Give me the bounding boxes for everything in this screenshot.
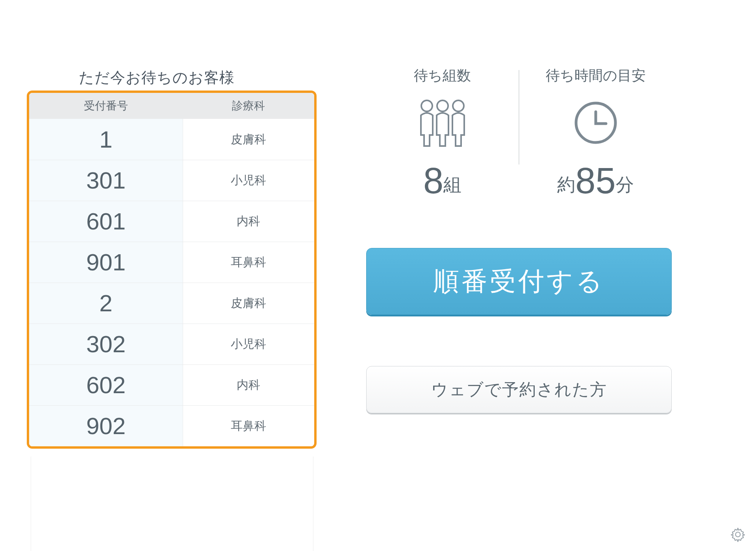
waiting-list-card-bottom (31, 457, 313, 551)
table-row: 601内科 (29, 201, 314, 242)
svg-point-1 (437, 100, 448, 111)
ticket-number: 901 (29, 242, 183, 283)
svg-point-4 (736, 532, 740, 537)
waiting-list-body: 1皮膚科301小児科601内科901耳鼻科2皮膚科302小児科602内科902耳… (29, 119, 314, 446)
ticket-number: 302 (29, 324, 183, 364)
table-row: 901耳鼻科 (29, 242, 314, 283)
svg-point-2 (453, 100, 464, 111)
stat-time: 待ち時間の目安 約85分 (519, 66, 672, 202)
settings-button[interactable] (730, 527, 746, 542)
table-row: 1皮膚科 (29, 119, 314, 160)
waiting-list-header: 受付番号 診療科 (29, 93, 314, 119)
department-name: 小児科 (183, 172, 314, 189)
ticket-number: 902 (29, 406, 183, 446)
table-row: 302小児科 (29, 324, 314, 364)
table-row: 902耳鼻科 (29, 405, 314, 446)
department-name: 耳鼻科 (183, 418, 314, 434)
department-name: 耳鼻科 (183, 254, 314, 270)
register-queue-button[interactable]: 順番受付する (366, 248, 672, 315)
waiting-list-frame: 受付番号 診療科 1皮膚科301小児科601内科901耳鼻科2皮膚科302小児科… (27, 91, 317, 449)
stat-groups: 待ち組数 8組 (366, 66, 519, 202)
table-row: 301小児科 (29, 160, 314, 201)
web-reservation-button[interactable]: ウェブで予約された方 (366, 366, 672, 413)
stat-time-value: 約85分 (519, 160, 672, 202)
stat-groups-value: 8組 (366, 160, 519, 202)
stat-time-title: 待ち時間の目安 (519, 66, 672, 85)
gear-icon (730, 527, 746, 542)
clock-icon (519, 97, 672, 148)
ticket-number: 1 (29, 119, 183, 160)
department-name: 皮膚科 (183, 295, 314, 311)
ticket-number: 2 (29, 283, 183, 324)
people-icon (366, 97, 519, 148)
department-name: 内科 (183, 213, 314, 229)
table-row: 602内科 (29, 364, 314, 405)
time-prefix: 約 (557, 174, 575, 195)
groups-number: 8 (423, 161, 443, 201)
time-unit: 分 (616, 174, 634, 195)
stats-panel: 待ち組数 8組 待ち時間の目安 (366, 66, 672, 202)
header-department: 診療科 (183, 98, 314, 113)
department-name: 皮膚科 (183, 131, 314, 148)
waiting-list-title: ただ今お待ちのお客様 (79, 68, 235, 88)
ticket-number: 602 (29, 365, 183, 405)
ticket-number: 301 (29, 160, 183, 201)
department-name: 小児科 (183, 336, 314, 352)
groups-unit: 組 (443, 174, 461, 195)
table-row: 2皮膚科 (29, 283, 314, 324)
time-number: 85 (575, 161, 615, 201)
ticket-number: 601 (29, 201, 183, 242)
stat-groups-title: 待ち組数 (366, 66, 519, 85)
header-number: 受付番号 (29, 98, 183, 113)
svg-point-0 (421, 100, 432, 111)
department-name: 内科 (183, 377, 314, 393)
